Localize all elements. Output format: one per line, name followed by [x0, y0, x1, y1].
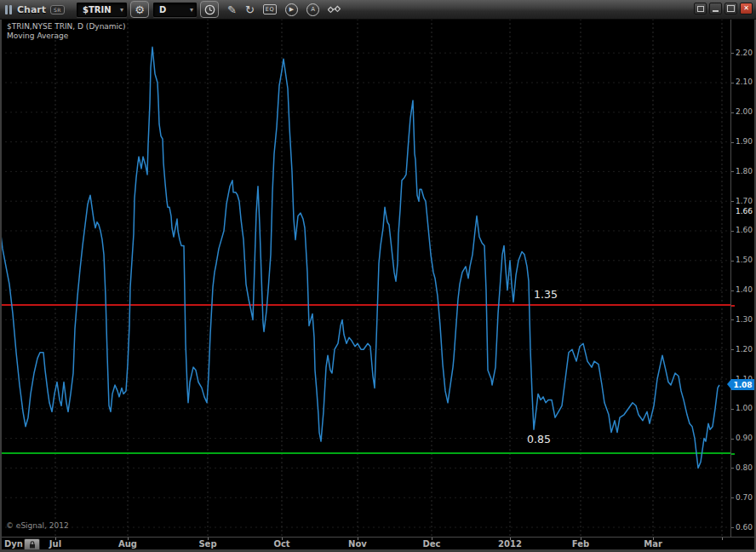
price-axis-tick [731, 83, 734, 83]
price-axis-tick [731, 527, 734, 528]
time-axis-tick [208, 538, 209, 540]
price-axis-tick [731, 349, 734, 350]
resistance-line-label: 1.35 [534, 288, 558, 301]
lock-icon [29, 541, 36, 549]
price-axis-label: 0.70 [736, 493, 753, 502]
price-axis-label: 0.80 [736, 463, 753, 472]
minimize-button[interactable] [709, 3, 722, 14]
price-axis-label: 1.30 [736, 315, 753, 324]
time-axis-label: Oct [273, 539, 289, 549]
quote-button[interactable]: EQ [263, 4, 277, 14]
time-axis-tick [510, 538, 511, 540]
price-chart-svg [0, 19, 730, 537]
price-axis-tick [731, 409, 734, 410]
price-axis-tick [731, 261, 734, 262]
draw-button[interactable]: ✎ [227, 3, 237, 16]
price-axis-tick [731, 112, 734, 113]
price-axis-label: 1.20 [736, 345, 753, 354]
price-axis-label: 1.00 [736, 404, 753, 412]
eq-icon: EQ [263, 4, 277, 14]
auto-a-glyph: A [311, 6, 315, 13]
alert-axis-tick [731, 453, 735, 455]
auto-button[interactable]: A [306, 3, 319, 16]
ma-value-tag: 1.66 [730, 207, 753, 216]
chevron-down-icon: ▾ [120, 6, 123, 14]
clock-icon [204, 4, 215, 15]
play-icon: ▶ [285, 3, 298, 16]
symbol-value: $TRIN [83, 5, 112, 14]
minimize-icon [713, 10, 719, 12]
price-axis-tick [731, 231, 734, 232]
interval-dropdown[interactable]: D ▾ [153, 3, 197, 17]
price-line [0, 47, 719, 468]
price-axis[interactable]: 0.600.700.800.901.001.101.201.301.401.50… [730, 19, 756, 537]
price-axis-label: 0.60 [736, 523, 753, 532]
time-axis-tick [55, 538, 56, 540]
price-axis-tick [731, 439, 734, 440]
time-axis-tick [581, 538, 581, 540]
symbol-title: $TRIN,NYSE TRIN, D (Dynamic) [7, 22, 126, 32]
play-button[interactable]: ▶ [285, 3, 298, 16]
indicator-title: Moving Average [7, 32, 126, 41]
symbol-settings-button[interactable]: ⚙ [130, 1, 149, 18]
price-axis-label: 1.60 [736, 226, 753, 234]
time-axis-tick [432, 538, 432, 540]
price-axis-tick [731, 290, 734, 291]
time-axis-tick [128, 538, 129, 540]
link-button[interactable] [328, 4, 341, 14]
auto-a-icon: A [306, 3, 319, 16]
price-axis-tick [731, 468, 734, 469]
price-axis-label: 1.50 [736, 256, 753, 264]
time-axis-label: Feb [572, 539, 589, 549]
pencil-icon: ✎ [227, 3, 237, 16]
time-axis[interactable]: Dyn JulAugSepOctNovDec2012FebMar [0, 537, 756, 550]
time-axis-tick [722, 538, 723, 540]
price-axis-tick [731, 53, 734, 54]
maximize-button[interactable] [724, 3, 737, 14]
time-axis-tick [653, 538, 654, 540]
play-glyph: ▶ [289, 6, 294, 13]
titlebar[interactable]: Chart SR $TRIN ▾ ⚙ D ▾ ✎ ↻ EQ ▶ [0, 0, 756, 20]
price-axis-label: 2.10 [736, 78, 753, 86]
time-axis-label: Nov [348, 539, 367, 549]
price-axis-label: 1.70 [736, 197, 753, 205]
dock-button[interactable] [694, 3, 707, 14]
shortcut-badge: SR [50, 5, 65, 14]
price-axis-label: 2.20 [736, 49, 753, 57]
price-axis-tick [731, 497, 734, 498]
copyright-text: © eSignal, 2012 [6, 521, 69, 530]
price-axis-tick [731, 171, 734, 172]
last-price-tag: 1.08 [731, 379, 754, 390]
maximize-icon [727, 5, 735, 12]
time-settings-button[interactable] [200, 1, 219, 18]
time-axis-label: Dec [422, 539, 440, 549]
time-axis-label: Aug [118, 539, 137, 549]
frame-left [0, 19, 2, 549]
support-line-label: 0.85 [527, 433, 551, 446]
dyn-label: Dyn [4, 539, 23, 549]
time-axis-tick [358, 538, 358, 540]
price-axis-label: 1.40 [736, 285, 753, 294]
alert-axis-tick [731, 305, 735, 307]
time-axis-tick [282, 538, 283, 540]
time-axis-label: Jul [49, 539, 61, 549]
price-axis-tick [731, 201, 734, 202]
window-controls: ✕ [694, 3, 753, 14]
refresh-button[interactable]: ↻ [245, 3, 255, 16]
link-icon [328, 4, 341, 14]
price-axis-label: 1.90 [736, 137, 753, 146]
time-axis-label: Mar [644, 539, 662, 549]
close-button[interactable]: ✕ [740, 3, 753, 14]
chart-plot[interactable] [0, 19, 730, 537]
gear-icon: ⚙ [135, 4, 145, 15]
price-axis-tick [731, 142, 734, 143]
time-axis-label: 2012 [498, 539, 522, 549]
interval-value: D [159, 5, 166, 14]
redo-icon: ↻ [245, 3, 255, 16]
chart-title-overlay: $TRIN,NYSE TRIN, D (Dynamic) Moving Aver… [7, 22, 126, 41]
price-axis-tick [731, 319, 734, 320]
symbol-dropdown[interactable]: $TRIN ▾ [77, 3, 127, 17]
chevron-down-icon: ▾ [190, 6, 193, 14]
price-axis-label: 1.80 [736, 167, 753, 175]
restore-icon [697, 6, 704, 12]
